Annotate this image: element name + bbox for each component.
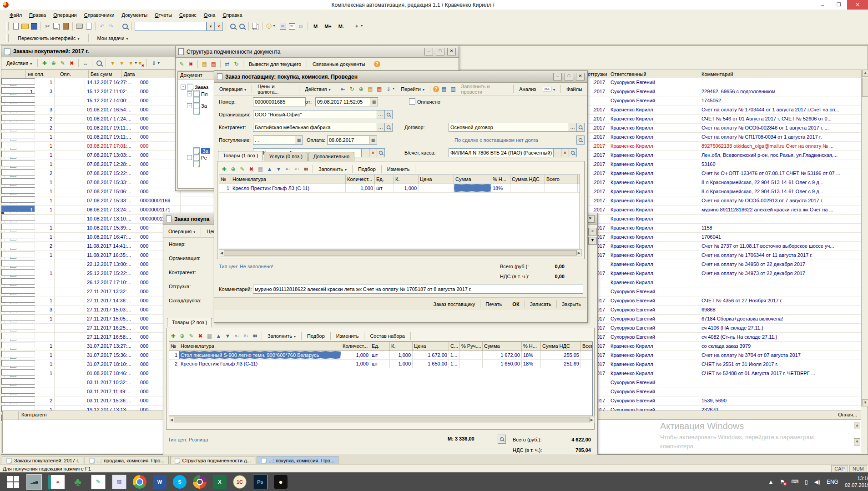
comment-field[interactable]: мурино 891112818622 алексей краски лета … <box>253 285 583 294</box>
chrome-icon[interactable] <box>133 475 146 489</box>
toolbar-grip[interactable] <box>6 34 9 42</box>
scroll-right-icon[interactable]: ▶ <box>578 251 580 255</box>
files-button[interactable]: Файлы <box>564 85 585 93</box>
edit-row-icon[interactable]: ✎ <box>238 165 246 173</box>
sort-asc-icon[interactable]: А↓ <box>233 332 241 340</box>
menu-item-0[interactable]: Файл <box>6 11 25 19</box>
move-down-icon[interactable]: ▼ <box>224 332 232 340</box>
scroll-up-icon[interactable]: ▲ <box>862 70 868 77</box>
collapse-panel-icon[interactable]: » <box>588 228 597 235</box>
calendar-icon[interactable]: 31 <box>288 22 296 30</box>
print-dropdown-icon[interactable]: ⇓▼ <box>384 85 392 93</box>
actions-menu-button[interactable]: Действия <box>4 60 35 67</box>
find-number-icon[interactable] <box>95 60 103 67</box>
refresh-icon[interactable]: ↻ <box>232 60 240 68</box>
calculator-icon[interactable]: 88 <box>279 22 287 30</box>
tab-2[interactable]: Дополнительно <box>308 152 354 161</box>
image-editor-icon[interactable]: ▨ <box>112 475 126 489</box>
customer-hscrollbar[interactable]: ◀▶ <box>169 416 595 423</box>
scroll-left-icon[interactable]: ◀ <box>220 251 223 255</box>
move-down-icon[interactable]: ▼ <box>275 165 283 173</box>
clear-button[interactable] <box>369 148 377 157</box>
memory-button-m[interactable]: M <box>311 23 320 30</box>
filter-by-value-icon[interactable]: ▼▼ <box>127 60 135 67</box>
my-tasks-button[interactable]: Мои задачи <box>95 35 131 42</box>
close-icon[interactable]: ✕ <box>447 48 456 55</box>
form-settings-icon[interactable]: ▥ <box>449 85 457 93</box>
column-header-9[interactable]: % Н... <box>522 342 541 351</box>
supplier-hscrollbar[interactable]: ◀▶ <box>219 249 582 256</box>
column-header-10[interactable]: Сумма НДС <box>541 342 581 351</box>
contragent-column-header[interactable]: Контрагент <box>19 411 50 420</box>
calendar-button[interactable] <box>370 97 378 106</box>
go-to-document-icon[interactable]: ⇄ <box>223 60 231 68</box>
tab-1[interactable]: Услуги (0 поз.) <box>264 152 307 161</box>
select-button[interactable] <box>553 148 561 157</box>
table-button-1[interactable]: Подбор <box>304 332 328 340</box>
notes-icon[interactable]: ✎ <box>91 475 106 489</box>
clover-icon[interactable]: ♣ <box>71 475 85 489</box>
find-next-icon[interactable] <box>229 22 237 30</box>
menu-item-5[interactable]: Отчеты <box>151 11 175 19</box>
delete-icon[interactable]: ✖ <box>187 60 195 68</box>
number-field[interactable]: 00000001685 <box>253 97 306 106</box>
column-header-right-2[interactable]: Комментарий <box>699 70 862 79</box>
column-header-4[interactable]: К. <box>394 175 419 184</box>
paid-checkbox[interactable] <box>409 98 415 105</box>
find-prev-icon[interactable] <box>238 22 246 30</box>
edit-icon[interactable]: ✎ <box>59 60 66 67</box>
memory-button-m-[interactable]: M- <box>336 23 347 30</box>
user-lock-icon[interactable]: ☺ <box>297 22 305 30</box>
cml-exchange-button[interactable]: CML <box>540 85 558 93</box>
volume-icon[interactable]: ◀) <box>814 479 820 485</box>
sort-asc-icon[interactable]: А↓ <box>284 165 292 173</box>
help-icon[interactable]: ? <box>433 86 439 92</box>
help-icon[interactable]: ? <box>374 61 380 67</box>
menu-item-4[interactable]: Документы <box>118 11 151 19</box>
filter-icon[interactable]: ▼ <box>118 60 126 67</box>
unpost-document-icon[interactable]: ▤ <box>375 85 383 93</box>
magnifier-button[interactable] <box>498 435 506 444</box>
preview-icon[interactable] <box>85 22 92 30</box>
copy-add-icon[interactable]: ⊕ <box>50 60 57 67</box>
copy-row-icon[interactable]: ⊕ <box>178 332 186 340</box>
expand-icon[interactable]: − <box>181 85 186 90</box>
search-dropdown-icon[interactable]: ▾ <box>207 22 215 31</box>
quick-search-combo[interactable]: ▾ <box>135 22 223 31</box>
coreldraw-icon[interactable]: ≈ <box>48 475 65 489</box>
open-button[interactable] <box>569 148 577 157</box>
column-header-1[interactable]: Номенклатура <box>231 175 346 184</box>
add-icon[interactable]: ✚ <box>40 60 48 67</box>
payment-field[interactable]: 09.08.2017 <box>327 135 372 145</box>
info-icon[interactable]: ⓘ▼ <box>265 22 273 30</box>
minimize-icon[interactable]: – <box>424 48 433 55</box>
receipt-field[interactable]: . . <box>253 135 298 145</box>
table-row[interactable]: 2Кресло Престиж Гольф Л3 (С-11)1,000шт1,… <box>169 360 592 368</box>
restore-button[interactable]: ❐ <box>831 0 847 10</box>
select-button[interactable] <box>377 110 385 119</box>
move-up-icon[interactable]: ▲ <box>215 332 222 340</box>
contragent-field[interactable]: Балтийская мебельная фабрика <box>253 123 379 132</box>
column-header-8[interactable]: Сумма НДС <box>510 175 545 184</box>
open-button[interactable] <box>576 123 585 132</box>
save-order-icon[interactable]: ▦ <box>257 165 264 173</box>
action-center-flag-icon[interactable]: ⚑✕ <box>780 479 785 485</box>
save-order-icon[interactable]: ▦ <box>206 332 213 340</box>
document-column-header[interactable]: Документ <box>178 72 214 80</box>
maximize-icon[interactable]: □ <box>565 73 573 80</box>
column-width-icon[interactable]: ↔ <box>81 60 89 67</box>
column-header-4[interactable]: Без сумм <box>89 70 122 79</box>
column-header-3[interactable]: Ед. <box>370 342 390 351</box>
column-header-4[interactable]: К. <box>390 342 413 351</box>
refresh-icon[interactable]: ↻ <box>348 85 356 93</box>
expand-down-icon[interactable]: ▼ <box>588 237 597 245</box>
footer-button-1[interactable]: Печать <box>483 301 505 308</box>
structure-icon[interactable]: ⇤ <box>339 85 347 93</box>
table-button-0[interactable]: Заполнить <box>265 332 298 340</box>
scroll-left-icon[interactable]: ◀ <box>170 418 173 422</box>
column-header-5[interactable]: Цена <box>419 175 454 184</box>
price-type-link[interactable]: Тип цен: Розница <box>168 437 208 442</box>
column-header-2[interactable]: не опл. <box>26 70 58 79</box>
column-header-right-0[interactable]: отгрузки <box>585 70 608 79</box>
column-header-0[interactable] <box>1 70 8 79</box>
